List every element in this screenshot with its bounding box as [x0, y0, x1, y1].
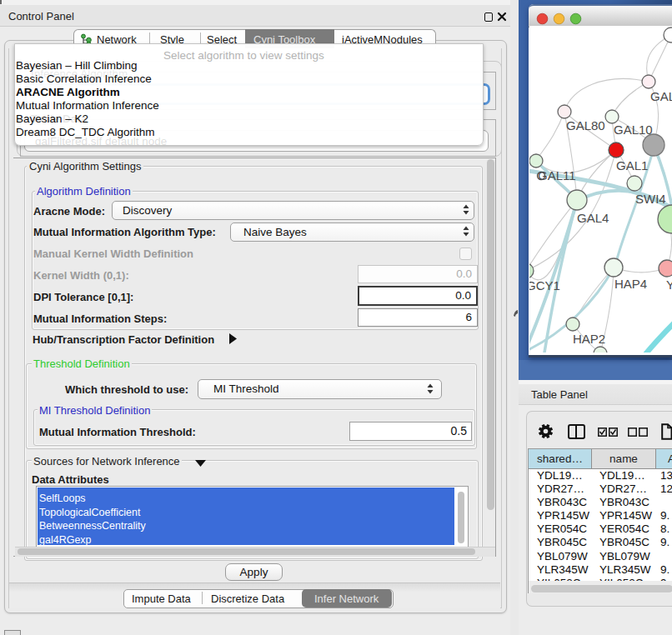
- svg-text:Y: Y: [666, 278, 672, 292]
- svg-text:SWI4: SWI4: [635, 192, 666, 206]
- svg-text:GCY1: GCY1: [529, 278, 560, 292]
- svg-text:GAL10: GAL10: [614, 122, 653, 137]
- svg-text:HAP2: HAP2: [573, 332, 605, 346]
- svg-text:GAL11: GAL11: [538, 168, 576, 182]
- svg-text:GAL80: GAL80: [566, 118, 605, 132]
- svg-text:GAL7: GAL7: [650, 89, 672, 103]
- svg-text:GAL4: GAL4: [577, 211, 609, 225]
- svg-text:HAP4: HAP4: [614, 277, 647, 291]
- svg-text:GAL1: GAL1: [616, 158, 648, 172]
